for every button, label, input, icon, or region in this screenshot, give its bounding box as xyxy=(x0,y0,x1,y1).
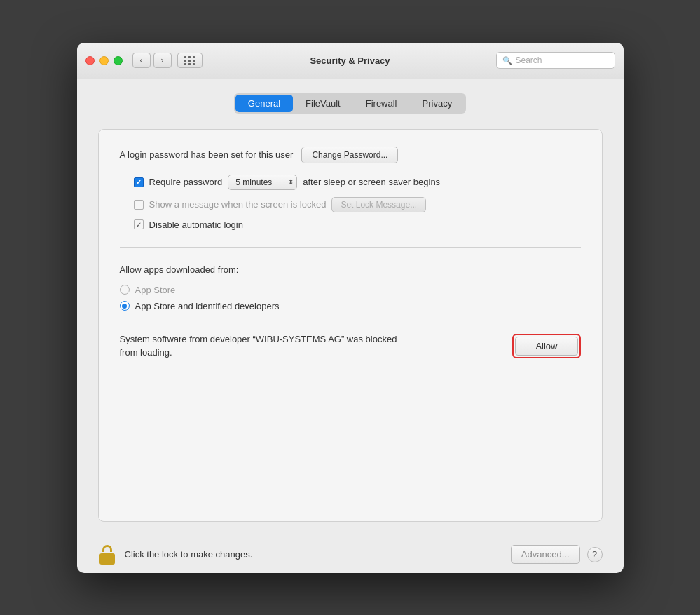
login-password-text: A login password has been set for this u… xyxy=(120,149,294,160)
search-placeholder: Search xyxy=(516,55,542,65)
search-icon: 🔍 xyxy=(502,56,512,65)
disable-auto-login-checkbox[interactable] xyxy=(134,219,144,229)
app-store-identified-label: App Store and identified developers xyxy=(135,301,280,311)
tab-filevault[interactable]: FileVault xyxy=(293,95,353,112)
radio-app-store: App Store xyxy=(120,285,581,295)
back-button[interactable]: ‹ xyxy=(132,53,151,68)
lock-body xyxy=(99,553,115,565)
forward-button[interactable]: › xyxy=(153,53,172,68)
allow-apps-title: Allow apps downloaded from: xyxy=(120,264,581,275)
lock-shackle xyxy=(102,545,112,552)
require-password-label: Require password xyxy=(149,177,223,187)
change-password-button[interactable]: Change Password... xyxy=(301,147,398,163)
titlebar: ‹ › Security & Privacy 🔍 Search xyxy=(77,43,624,79)
footer-bar: Click the lock to make changes. Advanced… xyxy=(77,536,624,573)
blocked-text: System software from developer “WIBU-SYS… xyxy=(120,332,397,360)
advanced-button[interactable]: Advanced... xyxy=(511,545,580,564)
main-window: ‹ › Security & Privacy 🔍 Search General … xyxy=(77,43,624,573)
tab-privacy[interactable]: Privacy xyxy=(410,95,465,112)
blocked-software-row: System software from developer “WIBU-SYS… xyxy=(120,332,581,360)
minimize-button[interactable] xyxy=(99,56,109,65)
app-store-identified-radio[interactable] xyxy=(120,301,130,311)
tabs-row: General FileVault Firewall Privacy xyxy=(98,93,603,114)
show-message-checkbox[interactable] xyxy=(134,200,144,210)
set-lock-message-button[interactable]: Set Lock Message... xyxy=(331,197,426,212)
allow-apps-section: Allow apps downloaded from: App Store Ap… xyxy=(120,264,581,311)
footer-right: Advanced... ? xyxy=(511,545,603,564)
forward-icon: › xyxy=(161,55,164,65)
help-button[interactable]: ? xyxy=(587,547,603,562)
login-password-row: A login password has been set for this u… xyxy=(120,147,581,163)
section-separator xyxy=(120,247,581,248)
show-message-label: Show a message when the screen is locked xyxy=(149,199,327,210)
lock-text: Click the lock to make changes. xyxy=(125,549,253,560)
grid-icon xyxy=(184,56,195,65)
maximize-button[interactable] xyxy=(114,56,123,65)
require-password-row: Require password 5 minutes immediately 1… xyxy=(134,175,581,190)
disable-auto-login-row: Disable automatic login xyxy=(134,219,581,230)
main-panel: A login password has been set for this u… xyxy=(98,129,603,522)
tab-group: General FileVault Firewall Privacy xyxy=(234,93,466,114)
radio-app-store-identified: App Store and identified developers xyxy=(120,301,581,311)
password-timing-select-wrapper: 5 minutes immediately 1 minute 15 minute… xyxy=(228,175,297,190)
password-timing-select[interactable]: 5 minutes immediately 1 minute 15 minute… xyxy=(228,175,297,190)
app-store-radio[interactable] xyxy=(120,285,130,295)
app-store-label: App Store xyxy=(135,285,176,295)
allow-button[interactable]: Allow xyxy=(515,337,577,356)
content-area: General FileVault Firewall Privacy A log… xyxy=(77,79,624,536)
require-password-checkbox[interactable] xyxy=(134,177,144,187)
grid-button[interactable] xyxy=(177,53,203,68)
window-title: Security & Privacy xyxy=(310,55,390,66)
after-sleep-label: after sleep or screen saver begins xyxy=(303,177,440,187)
lock-icon[interactable] xyxy=(98,545,116,565)
tab-firewall[interactable]: Firewall xyxy=(353,95,410,112)
show-message-row: Show a message when the screen is locked… xyxy=(134,197,581,212)
allow-button-wrapper: Allow xyxy=(512,334,580,358)
traffic-lights xyxy=(85,56,123,65)
search-box[interactable]: 🔍 Search xyxy=(496,52,615,69)
back-icon: ‹ xyxy=(140,55,143,65)
close-button[interactable] xyxy=(85,56,95,65)
disable-auto-login-label: Disable automatic login xyxy=(149,219,243,230)
nav-buttons: ‹ › xyxy=(132,53,172,68)
tab-general[interactable]: General xyxy=(235,95,293,112)
options-section: Require password 5 minutes immediately 1… xyxy=(134,175,581,230)
